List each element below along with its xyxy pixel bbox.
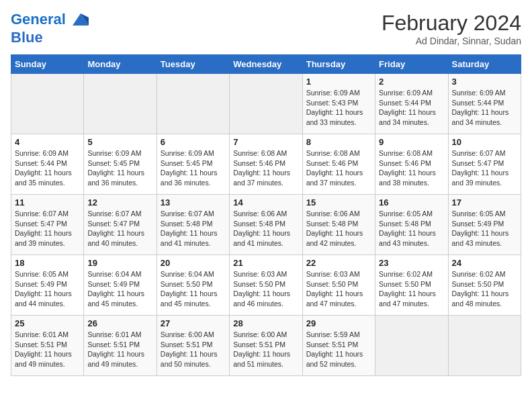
day-number: 15 [306, 197, 371, 208]
weekday-header-wednesday: Wednesday [230, 55, 302, 74]
day-number: 17 [452, 197, 517, 208]
calendar-cell: 23Sunrise: 6:02 AMSunset: 5:50 PMDayligh… [375, 255, 448, 316]
calendar-cell: 4Sunrise: 6:09 AMSunset: 5:44 PMDaylight… [11, 134, 84, 195]
day-number: 21 [233, 258, 298, 268]
calendar-cell: 16Sunrise: 6:05 AMSunset: 5:48 PMDayligh… [375, 195, 448, 255]
day-info: Sunrise: 6:09 AMSunset: 5:44 PMDaylight:… [379, 88, 444, 128]
day-info: Sunrise: 6:05 AMSunset: 5:48 PMDaylight:… [379, 209, 444, 248]
day-info: Sunrise: 6:07 AMSunset: 5:47 PMDaylight:… [87, 209, 152, 248]
calendar-cell [84, 74, 157, 134]
calendar-cell: 20Sunrise: 6:04 AMSunset: 5:50 PMDayligh… [157, 255, 229, 316]
day-number: 24 [452, 258, 517, 268]
day-number: 10 [452, 137, 517, 147]
day-number: 9 [379, 137, 444, 147]
calendar-cell: 13Sunrise: 6:07 AMSunset: 5:48 PMDayligh… [157, 195, 229, 255]
calendar-cell: 1Sunrise: 6:09 AMSunset: 5:43 PMDaylight… [302, 74, 375, 134]
day-number: 16 [379, 197, 444, 208]
day-info: Sunrise: 6:05 AMSunset: 5:49 PMDaylight:… [15, 269, 80, 309]
weekday-header-tuesday: Tuesday [157, 55, 229, 74]
day-info: Sunrise: 6:01 AMSunset: 5:51 PMDaylight:… [15, 330, 80, 369]
calendar-cell: 3Sunrise: 6:09 AMSunset: 5:44 PMDaylight… [448, 74, 521, 134]
day-info: Sunrise: 6:02 AMSunset: 5:50 PMDaylight:… [379, 269, 444, 309]
calendar-cell [375, 316, 448, 376]
day-number: 22 [306, 258, 371, 268]
calendar-cell: 27Sunrise: 6:00 AMSunset: 5:51 PMDayligh… [157, 316, 229, 376]
day-info: Sunrise: 6:09 AMSunset: 5:45 PMDaylight:… [161, 148, 226, 188]
day-number: 4 [15, 137, 80, 147]
day-info: Sunrise: 6:08 AMSunset: 5:46 PMDaylight:… [306, 148, 371, 188]
day-info: Sunrise: 6:08 AMSunset: 5:46 PMDaylight:… [233, 148, 298, 188]
day-number: 7 [233, 137, 298, 147]
calendar-cell: 25Sunrise: 6:01 AMSunset: 5:51 PMDayligh… [11, 316, 84, 376]
day-info: Sunrise: 5:59 AMSunset: 5:51 PMDaylight:… [306, 330, 371, 369]
calendar-cell [11, 74, 84, 134]
day-info: Sunrise: 6:09 AMSunset: 5:44 PMDaylight:… [452, 88, 517, 128]
day-info: Sunrise: 6:08 AMSunset: 5:46 PMDaylight:… [379, 148, 444, 188]
calendar-cell: 21Sunrise: 6:03 AMSunset: 5:50 PMDayligh… [230, 255, 302, 316]
day-number: 1 [306, 77, 371, 87]
logo-blue: Blue [11, 30, 90, 46]
calendar-cell: 29Sunrise: 5:59 AMSunset: 5:51 PMDayligh… [302, 316, 375, 376]
day-info: Sunrise: 6:00 AMSunset: 5:51 PMDaylight:… [161, 330, 226, 369]
day-number: 12 [87, 197, 152, 208]
weekday-header-friday: Friday [375, 55, 448, 74]
day-number: 14 [233, 197, 298, 208]
calendar-cell: 5Sunrise: 6:09 AMSunset: 5:45 PMDaylight… [84, 134, 157, 195]
calendar-cell: 11Sunrise: 6:07 AMSunset: 5:47 PMDayligh… [11, 195, 84, 255]
calendar-cell: 28Sunrise: 6:00 AMSunset: 5:51 PMDayligh… [230, 316, 302, 376]
day-info: Sunrise: 6:09 AMSunset: 5:45 PMDaylight:… [87, 148, 152, 188]
day-info: Sunrise: 6:04 AMSunset: 5:49 PMDaylight:… [87, 269, 152, 309]
calendar-table: SundayMondayTuesdayWednesdayThursdayFrid… [11, 54, 521, 376]
location-subtitle: Ad Dindar, Sinnar, Sudan [382, 36, 521, 46]
day-info: Sunrise: 6:06 AMSunset: 5:48 PMDaylight:… [306, 209, 371, 248]
calendar-cell [157, 74, 229, 134]
day-number: 6 [161, 137, 226, 147]
calendar-cell [230, 74, 302, 134]
day-number: 3 [452, 77, 517, 87]
day-info: Sunrise: 6:06 AMSunset: 5:48 PMDaylight:… [233, 209, 298, 248]
day-number: 5 [87, 137, 152, 147]
calendar-cell: 24Sunrise: 6:02 AMSunset: 5:50 PMDayligh… [448, 255, 521, 316]
day-info: Sunrise: 6:03 AMSunset: 5:50 PMDaylight:… [233, 269, 298, 309]
calendar-cell: 10Sunrise: 6:07 AMSunset: 5:47 PMDayligh… [448, 134, 521, 195]
title-block: February 2024 Ad Dindar, Sinnar, Sudan [382, 11, 521, 46]
day-info: Sunrise: 6:07 AMSunset: 5:47 PMDaylight:… [15, 209, 80, 248]
day-info: Sunrise: 6:00 AMSunset: 5:51 PMDaylight:… [233, 330, 298, 369]
day-number: 13 [161, 197, 226, 208]
day-number: 29 [306, 318, 371, 328]
calendar-cell: 2Sunrise: 6:09 AMSunset: 5:44 PMDaylight… [375, 74, 448, 134]
calendar-cell: 9Sunrise: 6:08 AMSunset: 5:46 PMDaylight… [375, 134, 448, 195]
logo-text: General [11, 11, 90, 30]
day-info: Sunrise: 6:04 AMSunset: 5:50 PMDaylight:… [161, 269, 226, 309]
calendar-cell: 18Sunrise: 6:05 AMSunset: 5:49 PMDayligh… [11, 255, 84, 316]
calendar-cell: 7Sunrise: 6:08 AMSunset: 5:46 PMDaylight… [230, 134, 302, 195]
day-number: 8 [306, 137, 371, 147]
weekday-header-monday: Monday [84, 55, 157, 74]
day-info: Sunrise: 6:05 AMSunset: 5:49 PMDaylight:… [452, 209, 517, 248]
calendar-cell: 22Sunrise: 6:03 AMSunset: 5:50 PMDayligh… [302, 255, 375, 316]
calendar-cell: 17Sunrise: 6:05 AMSunset: 5:49 PMDayligh… [448, 195, 521, 255]
day-info: Sunrise: 6:07 AMSunset: 5:48 PMDaylight:… [161, 209, 226, 248]
day-number: 2 [379, 77, 444, 87]
day-info: Sunrise: 6:09 AMSunset: 5:43 PMDaylight:… [306, 88, 371, 128]
calendar-cell: 26Sunrise: 6:01 AMSunset: 5:51 PMDayligh… [84, 316, 157, 376]
day-info: Sunrise: 6:07 AMSunset: 5:47 PMDaylight:… [452, 148, 517, 188]
day-number: 28 [233, 318, 298, 328]
day-info: Sunrise: 6:01 AMSunset: 5:51 PMDaylight:… [87, 330, 152, 369]
day-number: 11 [15, 197, 80, 208]
day-number: 20 [161, 258, 226, 268]
calendar-cell [448, 316, 521, 376]
month-title: February 2024 [382, 11, 521, 36]
day-number: 27 [161, 318, 226, 328]
calendar-cell: 15Sunrise: 6:06 AMSunset: 5:48 PMDayligh… [302, 195, 375, 255]
day-number: 23 [379, 258, 444, 268]
calendar-cell: 12Sunrise: 6:07 AMSunset: 5:47 PMDayligh… [84, 195, 157, 255]
logo: General Blue [11, 11, 90, 46]
weekday-header-thursday: Thursday [302, 55, 375, 74]
day-number: 26 [87, 318, 152, 328]
day-info: Sunrise: 6:02 AMSunset: 5:50 PMDaylight:… [452, 269, 517, 309]
calendar-cell: 6Sunrise: 6:09 AMSunset: 5:45 PMDaylight… [157, 134, 229, 195]
day-number: 25 [15, 318, 80, 328]
calendar-cell: 8Sunrise: 6:08 AMSunset: 5:46 PMDaylight… [302, 134, 375, 195]
weekday-header-saturday: Saturday [448, 55, 521, 74]
